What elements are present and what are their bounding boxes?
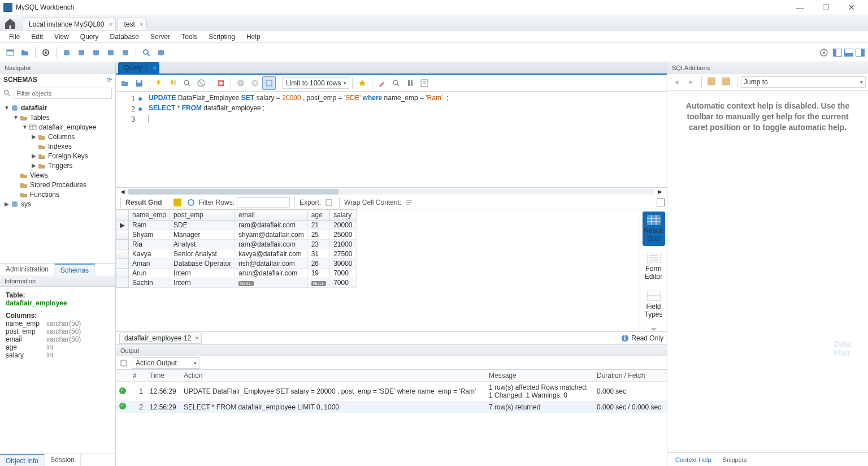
invisible-chars-button[interactable] <box>403 76 417 90</box>
save-button[interactable] <box>132 76 146 90</box>
limit-rows-select[interactable]: Limit to 1000 rows <box>282 77 349 89</box>
nav-back-button[interactable]: ◄ <box>670 75 683 89</box>
tree-fks[interactable]: ▶Foreign Keys <box>2 151 113 161</box>
toggle-whitespace-button[interactable] <box>262 76 276 90</box>
beautify-button[interactable] <box>375 76 389 90</box>
menu-database[interactable]: Database <box>105 31 145 42</box>
explain-button[interactable] <box>180 76 194 90</box>
tab-session[interactable]: Session <box>45 454 81 466</box>
output-clear-button[interactable] <box>118 357 129 369</box>
output-row[interactable]: 212:56:29SELECT * FROM dataflair_employe… <box>116 401 667 413</box>
auto-help-button[interactable] <box>720 75 734 89</box>
output-row[interactable]: 112:56:29UPDATE DataFlair_Employee SET s… <box>116 382 667 402</box>
output-type-select[interactable]: Action Output <box>132 357 199 369</box>
toggle-output-panel[interactable] <box>844 49 853 57</box>
tab-schemas[interactable]: Schemas <box>55 264 95 275</box>
tree-indexes[interactable]: Indexes <box>2 141 113 151</box>
refresh-icon[interactable]: ⟳ <box>107 76 112 84</box>
tree-sys[interactable]: ▶sys <box>2 199 113 209</box>
output-grid[interactable]: #TimeActionMessageDuration / Fetch112:56… <box>116 370 667 466</box>
wrap-button[interactable] <box>403 197 415 208</box>
col-header[interactable]: post_emp <box>170 210 235 221</box>
export-button[interactable] <box>323 197 335 208</box>
inspector-button[interactable] <box>39 46 53 59</box>
reconnect-button[interactable] <box>154 46 168 59</box>
menu-query[interactable]: Query <box>75 31 105 42</box>
tree-triggers[interactable]: ▶Triggers <box>2 161 113 170</box>
side-result-grid[interactable]: Result Grid <box>643 212 665 246</box>
schema-tree[interactable]: ▼dataflair ▼Tables ▼dataflair_employee ▶… <box>0 101 115 263</box>
execute-current-button[interactable]: I <box>166 76 180 90</box>
jump-to-select[interactable]: Jump to <box>741 76 866 88</box>
col-header[interactable]: email <box>235 210 308 221</box>
menu-edit[interactable]: Edit <box>25 31 49 42</box>
settings-icon[interactable] <box>817 46 831 59</box>
menu-file[interactable]: File <box>3 31 25 42</box>
filter-input[interactable] <box>14 88 112 99</box>
word-wrap-button[interactable] <box>418 76 431 90</box>
maximize-button[interactable]: ☐ <box>813 3 839 12</box>
create-sp-button[interactable] <box>104 46 118 59</box>
table-row[interactable]: ▶RamSDEram@dataflair.com2120000 <box>116 221 357 230</box>
commit-button[interactable] <box>234 76 248 90</box>
close-button[interactable]: ✕ <box>839 3 865 12</box>
tree-views[interactable]: Views <box>2 170 113 180</box>
tab-snippets[interactable]: Snippets <box>717 455 753 465</box>
menu-server[interactable]: Server <box>145 31 176 42</box>
query-tab-1[interactable]: Query 1 × <box>118 62 159 74</box>
col-header[interactable]: age <box>307 210 329 221</box>
home-button[interactable] <box>3 18 17 30</box>
grid-icon[interactable] <box>172 197 183 208</box>
open-file-button[interactable] <box>118 76 132 90</box>
toggle-sidebar-left[interactable] <box>833 49 842 57</box>
conn-tab-test[interactable]: test × <box>118 18 146 30</box>
nav-fwd-button[interactable]: ► <box>684 75 698 89</box>
sql-editor[interactable]: 123 UPDATE DataFlair_Employee SET salary… <box>116 92 667 188</box>
minimize-button[interactable]: — <box>787 3 813 12</box>
toggle-sidebar-right[interactable] <box>856 49 865 57</box>
close-icon[interactable]: × <box>109 21 112 28</box>
find-button[interactable] <box>389 76 403 90</box>
tree-columns[interactable]: ▶Columns <box>2 132 113 141</box>
side-form-editor[interactable]: Form Editor <box>643 249 665 284</box>
col-header[interactable]: name_emp <box>129 210 170 221</box>
table-row[interactable]: AmanDatabase Operatorrish@dataflair.com2… <box>116 259 357 269</box>
tree-table[interactable]: ▼dataflair_employee <box>2 122 113 132</box>
open-sql-button[interactable] <box>18 46 32 59</box>
favorite-button[interactable] <box>355 76 369 90</box>
table-row[interactable]: KavyaSenior Analystkavya@dataflair.com31… <box>116 249 357 259</box>
menu-scripting[interactable]: Scripting <box>203 31 241 42</box>
help-toggle-button[interactable] <box>705 75 719 89</box>
conn-tab-local[interactable]: Local instance MySQL80 × <box>23 18 116 30</box>
collapse-icon[interactable] <box>657 199 665 206</box>
create-view-button[interactable] <box>89 46 103 59</box>
result-tab[interactable]: dataflair_employee 12× <box>119 333 202 344</box>
create-schema-button[interactable] <box>60 46 73 59</box>
tree-db[interactable]: ▼dataflair <box>2 103 113 113</box>
tree-sps[interactable]: Stored Procedures <box>2 180 113 189</box>
stop-button[interactable] <box>194 76 208 90</box>
close-icon[interactable]: × <box>195 334 199 342</box>
tab-object-info[interactable]: Object Info <box>0 454 45 466</box>
tab-context-help[interactable]: Context Help <box>670 455 717 465</box>
filter-rows-input[interactable] <box>237 197 290 208</box>
close-icon[interactable]: × <box>153 65 157 71</box>
close-icon[interactable]: × <box>140 21 143 28</box>
table-row[interactable]: ShyamManagershyam@dataflair.com2525000 <box>116 230 357 240</box>
menu-help[interactable]: Help <box>241 31 266 42</box>
search-table-button[interactable] <box>140 46 153 59</box>
menu-view[interactable]: View <box>49 31 75 42</box>
table-row[interactable]: ArunInternarun@dataflair.com197000 <box>116 269 357 278</box>
create-func-button[interactable] <box>119 46 132 59</box>
editor-hscroll[interactable]: ◄► <box>116 188 667 196</box>
table-row[interactable]: SachinInternNULLNULL7000 <box>116 278 357 288</box>
side-field-types[interactable]: Field Types <box>643 287 665 322</box>
editor-code[interactable]: UPDATE DataFlair_Employee SET salary = 2… <box>145 92 667 187</box>
tab-administration[interactable]: Administration <box>0 264 55 275</box>
tree-tables[interactable]: ▼Tables <box>2 113 113 122</box>
rollback-button[interactable] <box>248 76 262 90</box>
menu-tools[interactable]: Tools <box>176 31 203 42</box>
create-table-button[interactable] <box>75 46 88 59</box>
execute-button[interactable] <box>152 76 166 90</box>
toggle-autocommit-button[interactable] <box>214 76 228 90</box>
